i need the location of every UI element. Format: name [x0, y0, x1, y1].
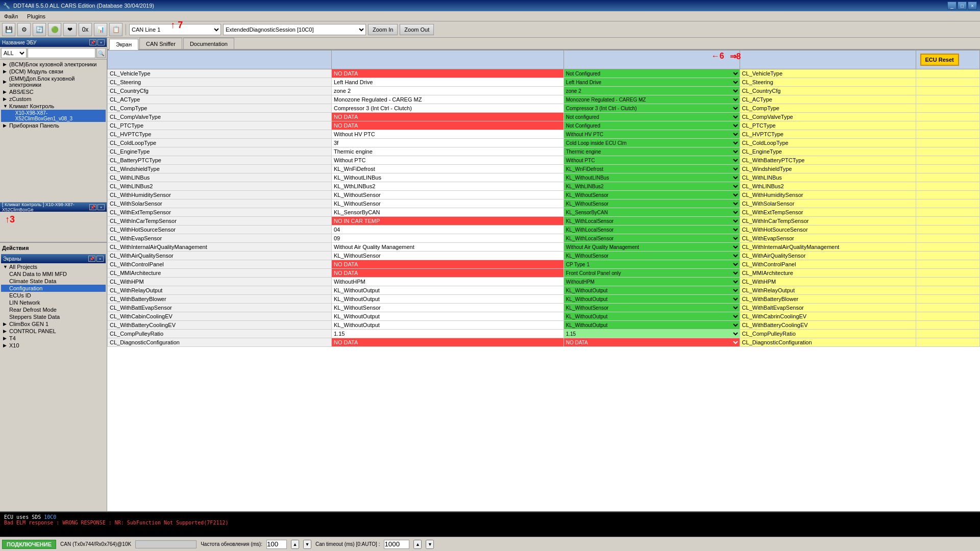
- cell-new-12[interactable]: KL_WithoutLINBus: [564, 173, 740, 182]
- dropdown-new-17[interactable]: KL_WithLocalSensor: [564, 217, 740, 225]
- toolbar-btn-7[interactable]: 📋: [109, 23, 122, 36]
- cell-new-28[interactable]: KL_WithoutOutput: [564, 312, 740, 321]
- dropdown-new-11[interactable]: KL_WnFiDefrost: [564, 165, 740, 173]
- screen-t4[interactable]: ▶ T4: [1, 335, 106, 342]
- cell-new-24[interactable]: WithoutHPM: [564, 278, 740, 286]
- cell-new-6[interactable]: Not Configured: [564, 121, 740, 130]
- maximize-button[interactable]: □: [958, 2, 967, 10]
- update-freq-input[interactable]: [266, 540, 287, 549]
- cell-new-25[interactable]: KL_WithoutOutput: [564, 286, 740, 295]
- second-panel-btn-pin[interactable]: 📌: [89, 204, 96, 210]
- update-freq-up[interactable]: ▲: [291, 540, 299, 549]
- can-timeout-up[interactable]: ▲: [413, 540, 422, 549]
- cell-new-22[interactable]: CP Type 1: [564, 260, 740, 269]
- cell-new-31[interactable]: NO DATA: [564, 338, 740, 347]
- toolbar-btn-hex[interactable]: 0x: [79, 23, 92, 36]
- cell-new-3[interactable]: Monozone Regulated - CAREG MZ: [564, 95, 740, 104]
- dropdown-new-15[interactable]: KL_WithoutSensor: [564, 200, 740, 208]
- search-input[interactable]: [28, 48, 95, 58]
- dropdown-new-5[interactable]: Not configured: [564, 113, 740, 121]
- can-timeout-input[interactable]: [384, 540, 409, 549]
- cell-new-15[interactable]: KL_WithoutSensor: [564, 199, 740, 208]
- cell-new-30[interactable]: 1.15: [564, 330, 740, 338]
- cell-new-27[interactable]: KL_WithoutSensor: [564, 304, 740, 312]
- cell-new-11[interactable]: KL_WnFiDefrost: [564, 165, 740, 173]
- screen-climbox-gen1[interactable]: ▶ ClimBox GEN 1: [1, 320, 106, 328]
- dropdown-new-1[interactable]: Left Hand Drive: [564, 79, 740, 86]
- session-select[interactable]: ExtendedDiagnosticSession [10C0]: [223, 24, 366, 35]
- search-filter-select[interactable]: ALL: [1, 48, 27, 58]
- cell-new-18[interactable]: KL_WithLocalSensor: [564, 226, 740, 234]
- tab-can-sniffer[interactable]: CAN Sniffer: [139, 38, 182, 49]
- dropdown-new-14[interactable]: KL_WithoutSensor: [564, 191, 740, 199]
- screens-btn-pin[interactable]: 📌: [88, 256, 95, 262]
- cell-new-19[interactable]: KL_WithLocalSensor: [564, 234, 740, 243]
- tree-item-zcustom[interactable]: ▶ zCustom: [1, 95, 106, 103]
- dropdown-new-2[interactable]: zone 2: [564, 87, 740, 95]
- dropdown-new-0[interactable]: Not Configured: [564, 70, 740, 78]
- dropdown-new-16[interactable]: KL_SensorByCAN: [564, 209, 740, 216]
- dropdown-new-10[interactable]: Without PTC: [564, 157, 740, 164]
- screen-x10[interactable]: ▶ X10: [1, 342, 106, 349]
- cell-new-29[interactable]: KL_WithoutOutput: [564, 321, 740, 330]
- tree-item-klimat[interactable]: ▼ Климат Контроль ←1: [1, 103, 106, 110]
- minimize-button[interactable]: _: [947, 2, 957, 10]
- tree-item-bcm[interactable]: ▶ (BCM)Блок кузовной электроники: [1, 61, 106, 68]
- connect-button[interactable]: ПОДКЛЮЧЕНИЕ: [2, 540, 56, 549]
- cell-new-5[interactable]: Not configured: [564, 113, 740, 121]
- dropdown-new-18[interactable]: KL_WithLocalSensor: [564, 226, 740, 234]
- cell-new-1[interactable]: Left Hand Drive: [564, 78, 740, 87]
- screen-lin[interactable]: LIN Network: [1, 299, 106, 306]
- dropdown-new-4[interactable]: Compressor 3 (Int Ctrl - Clutch): [564, 105, 740, 112]
- dropdown-new-26[interactable]: KL_WithoutOutput: [564, 295, 740, 303]
- cell-new-23[interactable]: Front Control Panel only: [564, 269, 740, 278]
- dropdown-new-9[interactable]: Thermic engine: [564, 148, 740, 156]
- toolbar-btn-6[interactable]: 📊: [94, 23, 107, 36]
- toolbar-btn-2[interactable]: ⚙: [17, 23, 31, 36]
- screen-steppers[interactable]: Steppers State Data: [1, 313, 106, 320]
- cell-new-17[interactable]: KL_WithLocalSensor: [564, 217, 740, 226]
- tree-item-abs[interactable]: ▶ ABS/ESC: [1, 88, 106, 95]
- dropdown-new-25[interactable]: KL_WithoutOutput: [564, 287, 740, 294]
- dropdown-new-21[interactable]: KL_WithoutSensor: [564, 252, 740, 260]
- panel-btn-pin[interactable]: 📌: [89, 39, 96, 45]
- tab-documentation[interactable]: Documentation: [183, 38, 234, 49]
- zoom-in-button[interactable]: Zoom In: [368, 24, 398, 35]
- zoom-out-button[interactable]: Zoom Out: [400, 24, 434, 35]
- toolbar-btn-1[interactable]: 💾: [2, 23, 15, 36]
- dropdown-new-22[interactable]: CP Type 1: [564, 261, 740, 268]
- screen-ecus-id[interactable]: ECUs ID: [1, 292, 106, 299]
- dropdown-new-31[interactable]: NO DATA: [564, 339, 740, 346]
- screen-all-projects[interactable]: ▼ All Projects ←4: [1, 263, 106, 270]
- screen-rear-defrost[interactable]: Rear Defrost Mode: [1, 306, 106, 313]
- tab-screen[interactable]: Экран: [109, 39, 138, 50]
- tree-item-climbox[interactable]: X10-X98-X87-X52ClimBoxGen1_v08_3: [1, 110, 106, 122]
- dropdown-new-24[interactable]: WithoutHPM: [564, 278, 740, 286]
- close-button[interactable]: ×: [968, 2, 977, 10]
- cell-new-9[interactable]: Thermic engine: [564, 147, 740, 156]
- cell-new-14[interactable]: KL_WithoutSensor: [564, 191, 740, 199]
- dropdown-new-23[interactable]: Front Control Panel only: [564, 269, 740, 277]
- dropdown-new-8[interactable]: Cold Loop inside ECU Clm: [564, 139, 740, 147]
- dropdown-new-6[interactable]: Not Configured: [564, 122, 740, 130]
- screen-can-data[interactable]: CAN Data to MMI MFD: [1, 270, 106, 278]
- cell-new-0[interactable]: Not Configured: [564, 69, 740, 78]
- dropdown-new-3[interactable]: Monozone Regulated - CAREG MZ: [564, 96, 740, 104]
- tree-item-dcm[interactable]: ▶ (DCM) Модуль связи: [1, 68, 106, 75]
- cell-new-20[interactable]: Without Air Quality Management: [564, 243, 740, 252]
- screens-btn-close[interactable]: ×: [96, 256, 104, 262]
- can-timeout-down[interactable]: ▼: [426, 540, 434, 549]
- screen-configuration[interactable]: Configuration ←5: [1, 285, 106, 292]
- can-line-select[interactable]: CAN Line 1: [129, 24, 221, 35]
- update-freq-down[interactable]: ▼: [303, 540, 311, 549]
- dropdown-new-19[interactable]: KL_WithLocalSensor: [564, 235, 740, 242]
- menu-file[interactable]: Файл: [2, 13, 20, 19]
- dropdown-new-28[interactable]: KL_WithoutOutput: [564, 313, 740, 320]
- screen-climate[interactable]: Climate State Data: [1, 278, 106, 285]
- panel-btn-close[interactable]: ×: [97, 39, 105, 45]
- ecu-reset-button[interactable]: ECU Reset: [920, 54, 959, 66]
- toolbar-btn-4[interactable]: 🟢: [48, 23, 61, 36]
- cell-new-26[interactable]: KL_WithoutOutput: [564, 295, 740, 304]
- search-button[interactable]: 🔍: [96, 48, 106, 58]
- toolbar-btn-3[interactable]: 🔄: [33, 23, 46, 36]
